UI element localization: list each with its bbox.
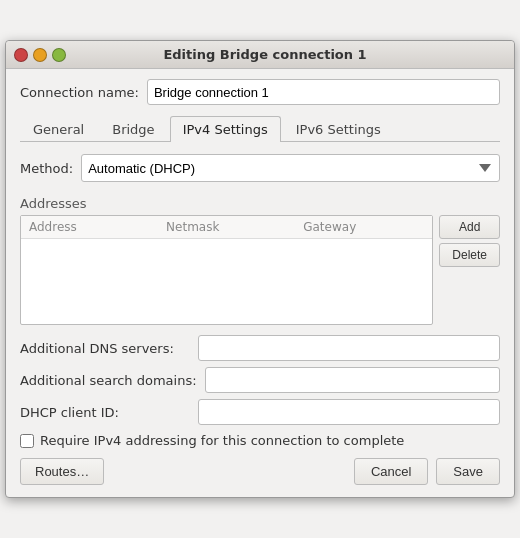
dns-servers-row: Additional DNS servers: [20, 335, 500, 361]
connection-name-row: Connection name: [20, 79, 500, 105]
col-netmask: Netmask [158, 216, 295, 238]
titlebar: Editing Bridge connection 1 [6, 41, 514, 69]
dhcp-client-id-input[interactable] [198, 399, 500, 425]
tab-general[interactable]: General [20, 116, 97, 142]
dhcp-client-id-row: DHCP client ID: [20, 399, 500, 425]
window-content: Connection name: General Bridge IPv4 Set… [6, 69, 514, 497]
address-action-buttons: Add Delete [439, 215, 500, 325]
require-ipv4-checkbox[interactable] [20, 434, 34, 448]
require-ipv4-label: Require IPv4 addressing for this connect… [40, 433, 404, 448]
addresses-container: Address Netmask Gateway Add Delete [20, 215, 500, 325]
minimize-button[interactable] [33, 48, 47, 62]
window-controls [14, 48, 66, 62]
close-button[interactable] [14, 48, 28, 62]
addresses-table: Address Netmask Gateway [20, 215, 433, 325]
dhcp-client-id-label: DHCP client ID: [20, 405, 190, 420]
action-buttons: Cancel Save [354, 458, 500, 485]
col-gateway: Gateway [295, 216, 432, 238]
routes-button[interactable]: Routes… [20, 458, 104, 485]
addresses-body [21, 239, 432, 319]
window-title: Editing Bridge connection 1 [74, 47, 456, 62]
search-domains-input[interactable] [205, 367, 500, 393]
save-button[interactable]: Save [436, 458, 500, 485]
bottom-buttons: Routes… Cancel Save [20, 458, 500, 485]
extra-fields: Additional DNS servers: Additional searc… [20, 335, 500, 425]
require-ipv4-row: Require IPv4 addressing for this connect… [20, 433, 500, 448]
dns-servers-label: Additional DNS servers: [20, 341, 190, 356]
connection-name-input[interactable] [147, 79, 500, 105]
tab-bridge[interactable]: Bridge [99, 116, 167, 142]
addresses-title: Addresses [20, 196, 500, 211]
method-row: Method: Automatic (DHCP) Manual Link-Loc… [20, 154, 500, 182]
method-label: Method: [20, 161, 73, 176]
connection-name-label: Connection name: [20, 85, 139, 100]
search-domains-label: Additional search domains: [20, 373, 197, 388]
search-domains-row: Additional search domains: [20, 367, 500, 393]
tab-bar: General Bridge IPv4 Settings IPv6 Settin… [20, 115, 500, 142]
cancel-button[interactable]: Cancel [354, 458, 428, 485]
addresses-section: Addresses Address Netmask Gateway Add De… [20, 196, 500, 325]
method-select[interactable]: Automatic (DHCP) Manual Link-Local Only … [81, 154, 500, 182]
addresses-header: Address Netmask Gateway [21, 216, 432, 239]
tab-ipv6[interactable]: IPv6 Settings [283, 116, 394, 142]
dns-servers-input[interactable] [198, 335, 500, 361]
add-address-button[interactable]: Add [439, 215, 500, 239]
col-address: Address [21, 216, 158, 238]
delete-address-button[interactable]: Delete [439, 243, 500, 267]
maximize-button[interactable] [52, 48, 66, 62]
tab-ipv4[interactable]: IPv4 Settings [170, 116, 281, 142]
main-window: Editing Bridge connection 1 Connection n… [5, 40, 515, 498]
